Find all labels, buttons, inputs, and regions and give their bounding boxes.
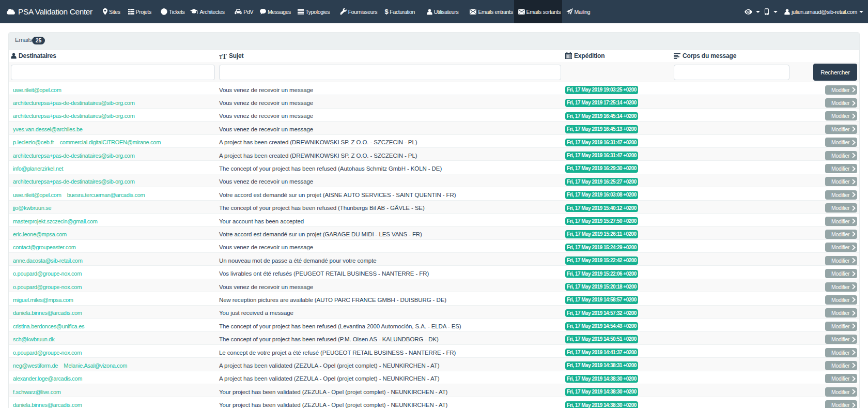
svg-text:T: T [222, 52, 227, 59]
